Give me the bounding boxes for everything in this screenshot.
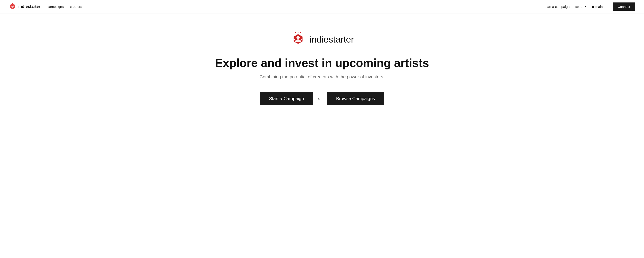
navbar-right: + start a campaign about ▼ mainnet Conne… xyxy=(542,3,635,11)
chevron-down-icon: ▼ xyxy=(584,5,586,8)
nav-links: campaigns creators xyxy=(48,5,82,9)
logo-icon xyxy=(9,3,16,10)
about-nav-link[interactable]: about ▼ xyxy=(575,5,586,9)
mainnet-badge[interactable]: mainnet xyxy=(592,5,607,9)
svg-line-8 xyxy=(12,3,12,4)
logo-group[interactable]: indiestarter xyxy=(9,3,40,10)
navbar-left: indiestarter campaigns creators xyxy=(9,3,82,10)
browse-campaigns-button[interactable]: Browse Campaigns xyxy=(327,92,384,105)
nav-link-creators[interactable]: creators xyxy=(70,5,82,9)
logo-text: indiestarter xyxy=(18,4,40,9)
hero-logo-icon xyxy=(290,31,306,48)
connect-button[interactable]: Connect xyxy=(613,3,635,11)
hero-logo-group: indiestarter xyxy=(290,31,354,48)
or-separator: or xyxy=(318,96,322,101)
hero-title: Explore and invest in upcoming artists xyxy=(215,57,429,70)
svg-line-11 xyxy=(295,33,296,34)
hero-section: indiestarter Explore and invest in upcom… xyxy=(0,14,644,119)
navbar: indiestarter campaigns creators + start … xyxy=(0,0,644,14)
svg-point-5 xyxy=(12,5,13,6)
svg-line-10 xyxy=(300,33,301,34)
start-campaign-button[interactable]: Start a Campaign xyxy=(260,92,313,105)
hero-buttons: Start a Campaign or Browse Campaigns xyxy=(260,92,384,105)
nav-link-campaigns[interactable]: campaigns xyxy=(48,5,64,9)
hero-logo-text: indiestarter xyxy=(310,35,354,45)
svg-line-7 xyxy=(13,3,13,4)
start-campaign-nav-link[interactable]: + start a campaign xyxy=(542,5,570,9)
hero-subtitle: Combining the potential of creators with… xyxy=(260,74,384,80)
svg-point-13 xyxy=(296,36,300,39)
svg-rect-3 xyxy=(12,8,13,8)
mainnet-dot-icon xyxy=(592,6,594,8)
